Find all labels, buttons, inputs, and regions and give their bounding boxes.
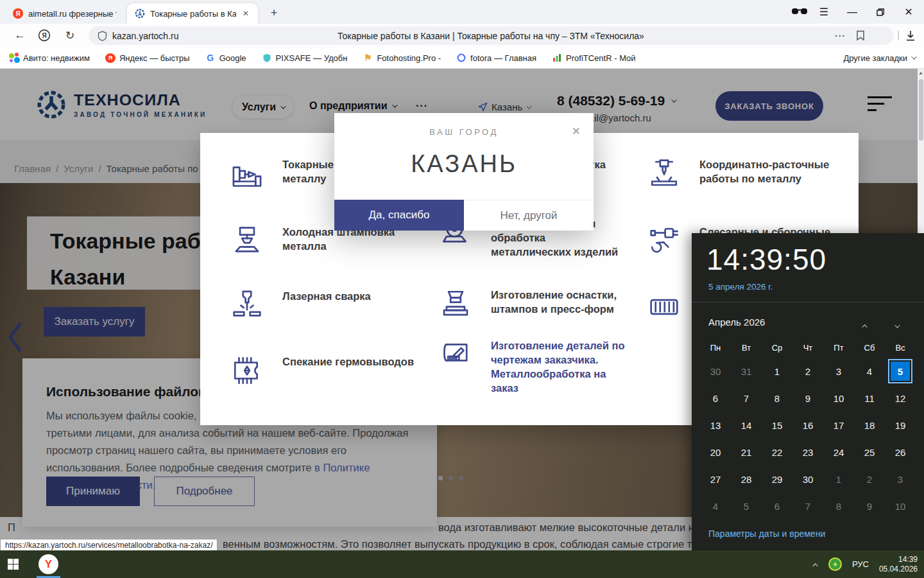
bookmark-flag-icon[interactable] [856,30,865,41]
fotora-icon [456,53,466,63]
calendar-day[interactable]: 4 [700,493,731,520]
calendar-day[interactable]: 29 [762,466,792,493]
taskbar-date: 05.04.2026 [879,565,918,574]
calendar-day[interactable]: 10 [885,493,916,520]
bookmark-profitcentr[interactable]: ProfiTCentR - Мой [552,53,636,63]
taskbar-clock[interactable]: 14:39 05.04.2026 [879,555,918,574]
antivirus-tray-icon[interactable]: + [828,557,842,571]
scrollbar-thumb[interactable] [919,79,923,141]
calendar-day[interactable]: 5 [731,493,762,520]
site-favicon [135,8,145,19]
calendar-day[interactable]: 1 [823,466,854,493]
calendar-day[interactable]: 2 [792,358,823,385]
calendar-day[interactable]: 1 [762,358,792,385]
calendar-day[interactable]: 23 [792,439,823,466]
page-title-in-bar: Токарные работы в Казани | Токарные рабо… [89,31,893,41]
yandex-favicon: Я [13,8,23,19]
calendar-day[interactable]: 8 [762,385,792,412]
calendar-day[interactable]: 11 [854,385,885,412]
status-bar-url: https://kazan.yartoch.ru/services/metall… [0,539,218,551]
calendar-day[interactable]: 22 [762,439,792,466]
yandex-button-icon[interactable]: Я [36,28,53,43]
yandex-icon: Я [105,53,116,63]
calendar-day[interactable]: 2 [854,466,885,493]
address-more-icon[interactable]: ··· [835,31,846,41]
back-icon[interactable]: ← [12,28,28,43]
calendar-day[interactable]: 18 [854,412,885,439]
bookmark-avito[interactable]: Авито: недвижим [9,53,90,63]
bookmark-fotora[interactable]: fotora — Главная [456,53,536,63]
menu-item-tooling[interactable]: Изготовление оснастки, штампов и пресс-ф… [440,288,629,320]
calendar-day-selected[interactable]: 5 [888,359,912,383]
shield-icon[interactable] [98,31,107,41]
calendar-day[interactable]: 6 [700,385,731,412]
menu-item-jig-boring[interactable]: Координатно-расточные работы по металлу [648,157,837,189]
calendar-day[interactable]: 21 [731,439,762,466]
reload-icon[interactable]: ↻ [62,28,78,43]
yandex-browser-taskbar-icon[interactable]: Y [38,554,58,574]
calendar-day[interactable]: 28 [731,466,762,493]
incognito-glasses-icon[interactable] [788,0,811,24]
city-no-button[interactable]: Нет, другой [464,200,594,231]
calendar-day[interactable]: 9 [854,493,885,520]
address-bar[interactable]: kazan.yartoch.ru Токарные работы в Казан… [89,26,893,45]
calendar-prev-month-icon[interactable] [864,319,868,331]
calendar-day[interactable]: 3 [823,358,854,385]
calendar-day[interactable]: 8 [823,493,854,520]
calendar-day[interactable]: 30 [700,358,731,385]
calendar-day[interactable]: 10 [823,385,854,412]
calendar-day[interactable]: 15 [762,412,792,439]
show-hidden-icons[interactable] [814,560,818,569]
clock-date-link[interactable]: 5 апреля 2026 г. [708,282,773,292]
calendar-day[interactable]: 24 [823,439,854,466]
new-tab-button[interactable]: + [266,4,282,21]
close-tab-icon[interactable]: ✕ [241,9,250,18]
calendar-day[interactable]: 7 [731,385,762,412]
calendar-day[interactable]: 17 [823,412,854,439]
calendar-day[interactable]: 13 [700,412,731,439]
calendar-day[interactable]: 25 [854,439,885,466]
calendar-day[interactable]: 4 [854,358,885,385]
calendar-day[interactable]: 27 [700,466,731,493]
calendar-day[interactable]: 7 [792,493,823,520]
calendar-day[interactable]: 20 [700,439,731,466]
menu-item-sintering[interactable]: Спекание гермовыводов [231,355,420,387]
language-indicator[interactable]: РУС [852,559,869,569]
close-icon[interactable]: ✕ [572,125,581,138]
menu-item-laser-welding[interactable]: Лазерная сварка [231,289,420,321]
calendar-day[interactable]: 31 [731,358,762,385]
tab-aimetall[interactable]: Я aimetall.ru фрезерные ток [5,3,124,24]
bookmark-google[interactable]: G Google [205,53,246,63]
calendar-day[interactable]: 16 [792,412,823,439]
restore-window-icon[interactable] [871,0,889,24]
bookmark-yandex[interactable]: Я Яндекс — быстры [105,53,190,63]
calendar-day[interactable]: 14 [731,412,762,439]
calendar-day[interactable]: 9 [792,385,823,412]
calendar-day[interactable]: 30 [792,466,823,493]
download-icon[interactable] [902,28,919,43]
start-button-icon[interactable] [8,559,19,570]
laser-welding-icon [231,289,263,321]
minimize-window-icon[interactable]: — [843,0,861,24]
tab-active[interactable]: Токарные работы в Ка ✕ [127,3,258,24]
boring-machine-icon [648,157,680,189]
menu-item-label: Изготовление деталей по чертежам заказчи… [491,338,629,395]
menu-item-custom-parts[interactable]: Изготовление деталей по чертежам заказчи… [440,338,629,395]
calendar-day[interactable]: 3 [885,466,916,493]
stamping-press-icon [231,225,263,257]
calendar-next-month-icon[interactable] [894,319,898,331]
calendar-day[interactable]: 19 [885,412,916,439]
calendar-day-header: Пт [823,337,854,358]
date-time-settings-link[interactable]: Параметры даты и времени [708,529,825,539]
calendar-day[interactable]: 12 [885,385,916,412]
close-window-icon[interactable]: ✕ [900,0,918,24]
city-yes-button[interactable]: Да, спасибо [334,200,464,231]
bookmark-pixsafe[interactable]: PIXSAFE — Удобн [262,53,348,63]
browser-menu-icon[interactable]: ☰ [815,0,833,24]
calendar-day[interactable]: 6 [762,493,792,520]
bookmark-fotohosting[interactable]: ⚑ Fotohosting.Pro - [363,53,441,63]
calendar-day[interactable]: 26 [885,439,916,466]
other-bookmarks-button[interactable]: Другие закладки [843,53,915,63]
scroll-up-icon[interactable]: ▲ [918,70,924,76]
bookmark-label: Google [219,53,246,63]
